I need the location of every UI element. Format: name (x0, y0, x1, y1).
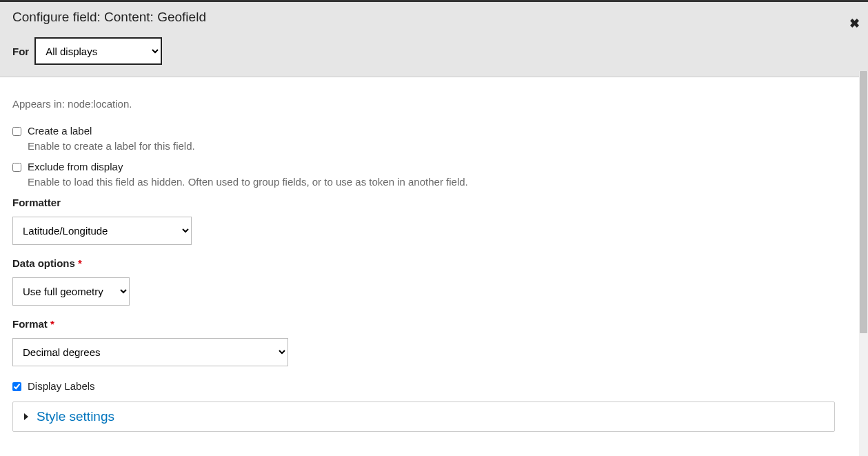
close-icon[interactable]: ✖ (849, 17, 860, 30)
style-settings-link[interactable]: Style settings (37, 409, 114, 424)
scrollbar-thumb[interactable] (860, 71, 867, 333)
appears-in-text: Appears in: node:location. (12, 98, 856, 110)
display-labels-checkbox[interactable] (12, 382, 21, 391)
required-mark: * (78, 257, 82, 269)
format-label: Format * (12, 318, 856, 330)
formatter-select[interactable]: Latitude/Longitude (12, 217, 192, 245)
exclude-display-checkbox[interactable] (12, 163, 21, 172)
style-settings-section[interactable]: Style settings (12, 402, 835, 432)
create-label-text: Create a label (28, 125, 92, 137)
exclude-display-row: Exclude from display (12, 161, 856, 172)
for-label: For (12, 46, 29, 57)
formatter-label: Formatter (12, 197, 856, 208)
create-label-row: Create a label (12, 125, 856, 137)
display-labels-text: Display Labels (28, 380, 95, 392)
scrollbar-track[interactable] (859, 71, 868, 456)
exclude-display-text: Exclude from display (28, 161, 123, 172)
display-scope-row: For All displays (12, 37, 856, 65)
data-options-select[interactable]: Use full geometry (12, 277, 130, 306)
modal-body: Appears in: node:location. Create a labe… (0, 77, 868, 456)
display-labels-row: Display Labels (12, 380, 856, 392)
exclude-display-description: Enable to load this field as hidden. Oft… (28, 176, 856, 188)
create-label-checkbox[interactable] (12, 127, 21, 136)
format-select[interactable]: Decimal degrees (12, 338, 288, 366)
data-options-label: Data options * (12, 257, 856, 269)
required-mark: * (50, 318, 54, 330)
caret-right-icon (24, 413, 28, 420)
modal-title: Configure field: Content: Geofield (12, 10, 856, 25)
modal-header: Configure field: Content: Geofield ✖ For… (0, 2, 868, 77)
create-label-description: Enable to create a label for this field. (28, 140, 856, 152)
display-scope-select[interactable]: All displays (34, 37, 162, 65)
